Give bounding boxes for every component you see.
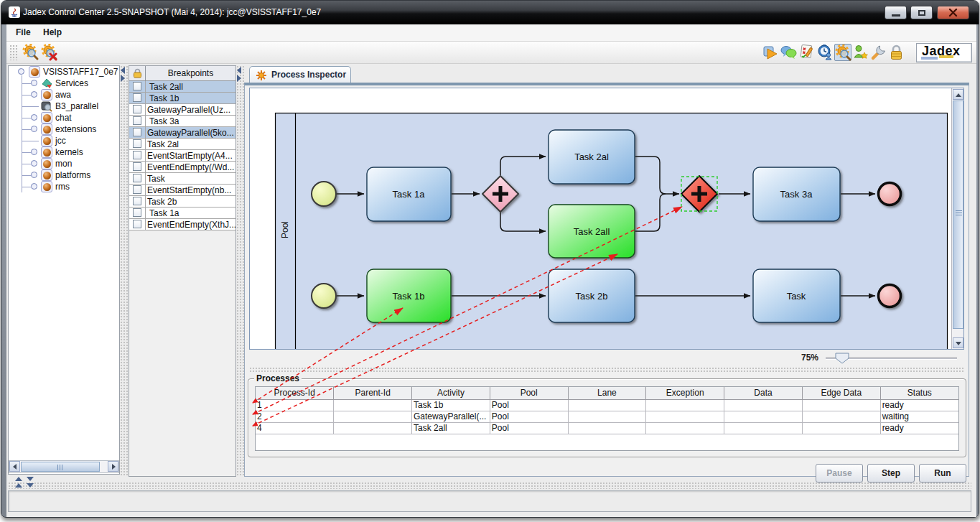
processes-table: Process-IdParent-IdActivityPoolLaneExcep… (255, 386, 959, 451)
tree-breakpoints-divider[interactable] (120, 65, 129, 477)
close-button[interactable] (937, 6, 969, 19)
breakpoint-checkbox[interactable] (133, 128, 141, 136)
breakpoint-row[interactable]: Task 1a (129, 208, 235, 219)
tree-node-label[interactable]: awa (55, 90, 71, 100)
breakpoint-row[interactable]: Task 3a (129, 116, 235, 127)
breakpoint-checkbox[interactable] (133, 82, 141, 90)
open-model-icon[interactable] (22, 44, 39, 61)
awareness-icon[interactable] (852, 44, 869, 61)
tab-process-inspector[interactable]: Process Inspector (249, 66, 351, 83)
process-inspector-icon[interactable] (834, 44, 851, 61)
settings-icon[interactable] (870, 44, 887, 61)
simulation-icon[interactable] (816, 44, 834, 61)
tree-root-label[interactable]: VSISSTAFF17_0e7 (43, 67, 118, 77)
column-header-process-id[interactable]: Process-Id (256, 387, 334, 399)
tree-node-label[interactable]: rms (55, 182, 70, 192)
breakpoint-row[interactable]: GatewayParallel(Uz... (129, 104, 235, 116)
breakpoint-checkbox[interactable] (133, 139, 141, 148)
start-event-2[interactable] (312, 284, 336, 308)
tree-node-label[interactable]: chat (55, 113, 72, 123)
breakpoint-row[interactable]: Task (129, 173, 235, 185)
menu-help[interactable]: Help (43, 27, 62, 37)
column-header-activity[interactable]: Activity (412, 387, 490, 399)
breakpoint-checkbox[interactable] (133, 105, 141, 113)
menu-file[interactable]: File (16, 27, 31, 37)
bpmn-diagram: Pool (250, 88, 951, 349)
tree-node-label[interactable]: jcc (55, 136, 66, 146)
breakpoint-checkbox[interactable] (133, 197, 141, 205)
breakpoint-checkbox[interactable] (133, 185, 141, 194)
close-model-icon[interactable] (41, 44, 58, 61)
column-header-edge-data[interactable]: Edge Data (802, 387, 880, 399)
tree-node-label[interactable]: mon (55, 159, 72, 169)
breakpoint-row[interactable]: EventEndEmpty(/Wd... (129, 162, 235, 173)
breakpoint-row[interactable]: EventEndEmpty(XthJ... (129, 219, 235, 230)
tree-node-label[interactable]: B3_parallel (55, 101, 98, 111)
pool-label: Pool (280, 221, 290, 238)
starter-icon[interactable] (762, 44, 780, 61)
minimize-icon (892, 14, 900, 17)
toolbar: Jadex (6, 42, 976, 64)
breakpoint-label: Task 3a (147, 116, 179, 126)
breakpoint-checkbox[interactable] (133, 116, 141, 125)
breakpoint-row[interactable]: Task 2b (129, 196, 235, 208)
diagram-vertical-scrollbar[interactable] (951, 88, 963, 349)
zoom-slider-thumb[interactable] (835, 353, 849, 364)
breakpoint-row[interactable]: EventStartEmpty(A4... (129, 150, 235, 162)
column-header-pool[interactable]: Pool (490, 387, 568, 399)
status-bar (8, 490, 971, 512)
breakpoint-checkbox[interactable] (133, 162, 141, 171)
process-row[interactable]: 2GatewayParallel(...Poolwaiting (256, 411, 958, 422)
breakpoint-checkbox[interactable] (133, 151, 141, 159)
pause-button[interactable]: Pause (816, 464, 863, 483)
toolbar-grip[interactable] (9, 45, 18, 60)
title-bar: Jadex Control Center 2.5-SNAPSHOT (Mai 4… (1, 1, 979, 24)
run-button[interactable]: Run (919, 464, 966, 483)
breakpoint-label: Task 2al (147, 139, 179, 149)
processes-title: Processes (254, 373, 302, 383)
java-app-icon (9, 6, 20, 18)
column-header-data[interactable]: Data (724, 387, 803, 399)
test-center-icon[interactable] (798, 44, 816, 61)
breakpoint-row[interactable]: Task 2all (129, 81, 235, 93)
breakpoint-label: EventEndEmpty(/Wd... (147, 162, 234, 172)
breakpoint-row[interactable]: Task 1b (129, 93, 235, 104)
security-icon[interactable] (888, 44, 905, 61)
breakpoint-row[interactable]: Task 2al (129, 139, 235, 150)
tree-horizontal-scrollbar[interactable] (9, 460, 119, 473)
column-header-lane[interactable]: Lane (568, 387, 646, 399)
close-icon (938, 6, 969, 19)
end-event-1[interactable] (879, 183, 901, 205)
breakpoint-checkbox[interactable] (133, 220, 141, 228)
main-status-divider[interactable] (8, 482, 971, 489)
zoom-percentage: 75% (801, 353, 818, 363)
tree-node-label[interactable]: extensions (55, 124, 96, 134)
conversation-icon[interactable] (780, 44, 798, 61)
maximize-button[interactable] (910, 6, 933, 19)
svg-text:Task 3a: Task 3a (780, 189, 813, 200)
breakpoint-label: GatewayParallel(Uz... (147, 105, 230, 115)
breakpoint-row[interactable]: GatewayParallel(5ko... (129, 127, 235, 139)
process-row[interactable]: 4Task 2allPoolready (256, 422, 958, 434)
diagram-processes-divider[interactable] (249, 367, 964, 373)
end-event-2[interactable] (879, 285, 901, 307)
breakpoint-checkbox[interactable] (133, 208, 141, 217)
start-event-1[interactable] (312, 182, 336, 206)
breakpoints-panel: Breakpoints Task 2all Task 1bGatewayPara… (129, 65, 236, 477)
maximize-icon (918, 10, 925, 16)
column-header-exception[interactable]: Exception (646, 387, 724, 399)
tree-node-label[interactable]: kernels (55, 147, 83, 157)
breakpoint-row[interactable]: EventStartEmpty(nb... (129, 185, 235, 196)
step-button[interactable]: Step (867, 464, 915, 483)
breakpoint-label: EventStartEmpty(A4... (147, 151, 233, 161)
column-header-status[interactable]: Status (880, 387, 958, 399)
breakpoints-header: Breakpoints (129, 66, 235, 81)
column-header-parent-id[interactable]: Parent-Id (334, 387, 412, 399)
tree-node-label[interactable]: platforms (55, 170, 90, 180)
breakpoint-checkbox[interactable] (133, 174, 141, 182)
tree-node-label[interactable]: Services (55, 78, 88, 88)
process-row[interactable]: 1Task 1bPoolready (256, 399, 958, 411)
minimize-button[interactable] (885, 6, 907, 19)
breakpoint-checkbox[interactable] (133, 93, 141, 102)
lock-icon (133, 68, 142, 78)
